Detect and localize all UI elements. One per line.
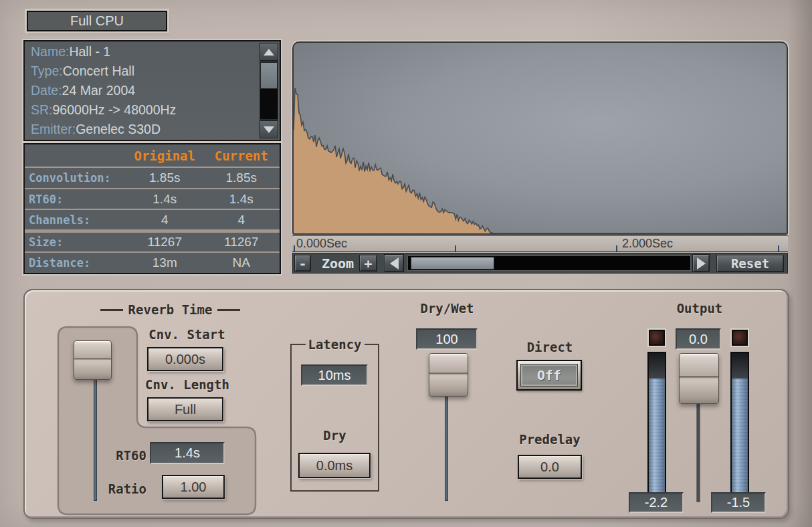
info-label: Date: — [31, 83, 62, 98]
ruler-tick — [294, 245, 295, 251]
row-label-channels: Channels: — [25, 209, 126, 229]
full-cpu-button[interactable]: Full CPU — [27, 11, 167, 31]
meter-readout-left: -2.2 — [629, 492, 684, 513]
output-gain-display: 0.0 — [676, 328, 721, 350]
cell-distance-current: NA — [203, 251, 280, 273]
plugin-window: Full CPU Name:Hall - 1 Type:Concert Hall… — [0, 0, 812, 527]
title-dash — [100, 309, 123, 311]
scroll-up-button[interactable] — [260, 43, 278, 61]
ratio-value-button[interactable]: 1.00 — [162, 475, 225, 499]
ruler-label-start: 0.000Sec — [296, 237, 347, 251]
title-dash — [217, 309, 240, 311]
ratio-label: Ratio — [100, 482, 146, 496]
zoom-label: Zoom — [317, 255, 359, 272]
level-meter-right — [730, 352, 749, 494]
meter-level — [649, 379, 665, 492]
output-slider-handle[interactable] — [679, 353, 719, 404]
zoom-control-strip: - Zoom + Reset — [292, 253, 788, 274]
triangle-left-icon — [384, 257, 399, 270]
triangle-right-icon — [697, 257, 712, 270]
meter-readout-right: -1.5 — [711, 492, 766, 513]
info-scrollbar[interactable] — [260, 43, 278, 138]
cell-channels-original: 4 — [126, 209, 203, 229]
zoom-out-button[interactable]: - — [294, 255, 311, 272]
scrollbar-track[interactable] — [260, 62, 278, 119]
info-value: 24 Mar 2004 — [62, 83, 136, 98]
cell-channels-current: 4 — [203, 209, 280, 229]
direct-label: Direct — [520, 340, 580, 354]
dry-wet-label: Dry/Wet — [415, 301, 480, 316]
predelay-label: Predelay — [516, 432, 583, 447]
dry-delay-value-button[interactable]: 0.0ms — [298, 453, 371, 478]
reverb-time-slider-handle[interactable] — [74, 340, 112, 380]
output-label: Output — [676, 301, 723, 316]
info-label: Type: — [31, 64, 63, 78]
row-label-rt60: RT60: — [25, 188, 126, 209]
reverb-time-title-text: Reverb Time — [128, 302, 213, 317]
reverb-time-title: Reverb Time — [88, 302, 252, 317]
dry-wet-value-display: 100 — [416, 328, 478, 350]
cnv-length-label: Cnv. Length — [137, 377, 237, 392]
cell-rt60-current: 1.4s — [203, 188, 280, 209]
time-ruler: 0.000Sec 2.000Sec — [292, 235, 788, 252]
dry-wet-slider-handle[interactable] — [429, 353, 468, 397]
info-value: Genelec S30D — [76, 122, 161, 136]
predelay-value-button[interactable]: 0.0 — [518, 455, 582, 479]
scroll-down-button[interactable] — [260, 120, 278, 138]
scroll-left-button[interactable] — [384, 254, 404, 272]
triangle-down-icon — [264, 126, 274, 138]
cell-size-current: 11267 — [203, 229, 280, 251]
info-label: Emitter: — [31, 122, 76, 136]
cell-convolution-current: 1.85s — [203, 167, 280, 188]
info-row-emitter: Emitter:Genelec S30D — [25, 119, 280, 138]
rt60-label: RT60 — [104, 448, 146, 463]
cell-convolution-original: 1.85s — [126, 167, 203, 188]
latency-value-display[interactable]: 10ms — [301, 364, 368, 386]
waveform-scrollbar-thumb[interactable] — [411, 257, 494, 270]
info-row-date: Date:24 Mar 2004 — [25, 80, 280, 100]
ruler-tick — [616, 245, 617, 251]
cell-rt60-original: 1.4s — [126, 188, 203, 209]
parameter-panel: Reverb Time Cnv. Start 0.000s Cnv. Lengt… — [23, 289, 789, 519]
ruler-label-2s: 2.000Sec — [622, 237, 673, 251]
info-value: 96000Hz -> 48000Hz — [53, 102, 177, 117]
zoom-in-button[interactable]: + — [359, 255, 377, 272]
column-header-current: Current — [203, 144, 280, 167]
rt60-value-display: 1.4s — [150, 442, 225, 464]
info-value: Concert Hall — [63, 64, 134, 78]
latency-title: Latency — [305, 337, 364, 352]
cnv-start-value-button[interactable]: 0.000s — [147, 347, 223, 371]
table-corner — [25, 144, 126, 167]
info-label: Name: — [31, 44, 69, 59]
info-value: Hall - 1 — [69, 44, 110, 59]
waveform-graph — [294, 43, 787, 233]
scrollbar-thumb[interactable] — [260, 62, 278, 89]
level-meter-left — [647, 352, 666, 494]
cell-size-original: 11267 — [126, 229, 203, 251]
info-row-samplerate: SR:96000Hz -> 48000Hz — [25, 100, 280, 119]
direct-toggle-button[interactable]: Off — [516, 360, 582, 391]
clip-led-right-icon[interactable] — [732, 330, 748, 346]
info-row-name: Name:Hall - 1 — [25, 41, 280, 61]
ruler-tick — [778, 245, 779, 251]
column-header-original: Original — [126, 144, 203, 167]
impulse-stats-table: Original Current Convolution: 1.85s 1.85… — [23, 143, 281, 274]
scroll-right-button[interactable] — [692, 254, 710, 272]
cnv-start-label: Cnv. Start — [142, 327, 232, 342]
clip-led-left-icon[interactable] — [649, 330, 665, 346]
info-row-type: Type:Concert Hall — [25, 61, 280, 80]
info-label: SR: — [31, 102, 53, 117]
direct-toggle-state: Off — [520, 364, 578, 387]
dry-label: Dry — [290, 428, 379, 443]
impulse-waveform-display[interactable] — [292, 41, 788, 235]
cnv-length-value-button[interactable]: Full — [147, 397, 223, 421]
waveform-scrollbar-track[interactable] — [407, 255, 691, 271]
meter-level — [732, 379, 748, 492]
row-label-distance: Distance: — [25, 251, 126, 273]
meter-headroom — [649, 353, 665, 379]
reset-zoom-button[interactable]: Reset — [716, 255, 784, 272]
triangle-up-icon — [264, 43, 274, 56]
ruler-tick — [455, 245, 456, 251]
impulse-info-panel: Name:Hall - 1 Type:Concert Hall Date:24 … — [23, 40, 281, 141]
row-label-convolution: Convolution: — [25, 167, 126, 188]
